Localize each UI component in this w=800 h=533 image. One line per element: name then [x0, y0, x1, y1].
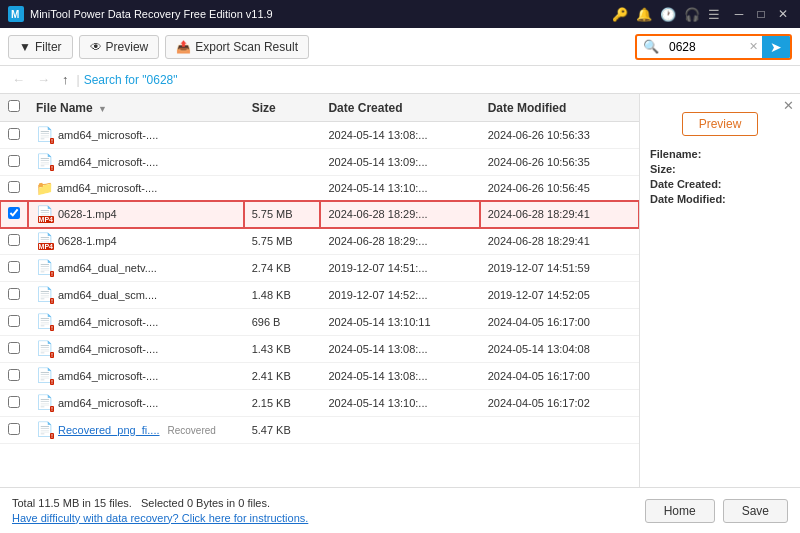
key-icon[interactable]: 🔑 [612, 7, 628, 22]
clear-search-icon[interactable]: ✕ [745, 40, 762, 53]
date-created-cell: 2024-05-14 13:10:... [320, 390, 479, 417]
home-button[interactable]: Home [645, 499, 715, 523]
date-created-cell [320, 417, 479, 444]
menu-icon[interactable]: ☰ [708, 7, 720, 22]
up-button[interactable]: ↑ [58, 70, 73, 89]
row-checkbox-2[interactable] [8, 155, 20, 167]
size-cell: 1.48 KB [244, 282, 321, 309]
filter-button[interactable]: ▼ Filter [8, 35, 73, 59]
preview-info: Filename: Size: Date Created: Date Modif… [650, 148, 790, 208]
row-checkbox-11[interactable] [8, 396, 20, 408]
table-row[interactable]: 📄 ! amd64_microsoft-.... 2.15 KB 2024-05… [0, 390, 639, 417]
size-cell: 5.75 MB [244, 201, 321, 228]
filename-cell: 📄 ! amd64_microsoft-.... [28, 336, 244, 363]
table-row[interactable]: 📄 ! amd64_dual_scm.... 1.48 KB 2019-12-0… [0, 282, 639, 309]
table-row[interactable]: 📄 ! amd64_dual_netv.... 2.74 KB 2019-12-… [0, 255, 639, 282]
date-modified-cell: 2024-06-26 10:56:35 [480, 149, 639, 176]
date-modified-cell: 2024-06-26 10:56:33 [480, 122, 639, 149]
save-button[interactable]: Save [723, 499, 788, 523]
row-checkbox-10[interactable] [8, 369, 20, 381]
size-cell [244, 122, 321, 149]
filename-cell: 📄 ! Recovered_png_fi.... Recovered [28, 417, 244, 444]
row-checkbox-12[interactable] [8, 423, 20, 435]
status-bar: Total 11.5 MB in 15 files. Selected 0 By… [0, 487, 800, 533]
size-cell: 2.15 KB [244, 390, 321, 417]
date-modified-cell: 2024-04-05 16:17:02 [480, 390, 639, 417]
clock-icon[interactable]: 🕐 [660, 7, 676, 22]
row-checkbox-1[interactable] [8, 128, 20, 140]
search-input[interactable] [665, 38, 745, 56]
select-all-header [0, 94, 28, 122]
toolbar: ▼ Filter 👁 Preview 📤 Export Scan Result … [0, 28, 800, 66]
filter-icon: ▼ [19, 40, 31, 54]
size-cell [244, 149, 321, 176]
date-created-cell: 2024-05-14 13:10:... [320, 176, 479, 201]
date-modified-cell: 2024-04-05 16:17:00 [480, 363, 639, 390]
forward-button[interactable]: → [33, 70, 54, 89]
table-row[interactable]: 📄 ! amd64_microsoft-.... 2024-05-14 13:0… [0, 149, 639, 176]
size-info-row: Size: [650, 163, 790, 175]
export-button[interactable]: 📤 Export Scan Result [165, 35, 309, 59]
size-cell: 696 B [244, 309, 321, 336]
date-modified-header[interactable]: Date Modified [480, 94, 639, 122]
search-icon: 🔍 [637, 39, 665, 54]
filename-cell: 📄 ! amd64_microsoft-.... [28, 363, 244, 390]
row-checkbox-8[interactable] [8, 315, 20, 327]
filename-cell: 📄 ! amd64_dual_netv.... [28, 255, 244, 282]
table-row[interactable]: 📁 amd64_microsoft-.... 2024-05-14 13:10:… [0, 176, 639, 201]
date-created-cell: 2024-06-28 18:29:... [320, 228, 479, 255]
table-row[interactable]: 📄 ! amd64_microsoft-.... 696 B 2024-05-1… [0, 309, 639, 336]
select-all-checkbox[interactable] [8, 100, 20, 112]
size-cell: 1.43 KB [244, 336, 321, 363]
preview-toolbar-button[interactable]: 👁 Preview [79, 35, 160, 59]
table-row[interactable]: 📄 MP4 0628-1.mp4 5.75 MB 2024-06-28 18:2… [0, 228, 639, 255]
maximize-button[interactable]: □ [752, 5, 770, 23]
table-row[interactable]: 📄 ! Recovered_png_fi.... Recovered 5.47 … [0, 417, 639, 444]
size-cell: 2.74 KB [244, 255, 321, 282]
nav-path: Search for "0628" [84, 73, 178, 87]
size-header[interactable]: Size [244, 94, 321, 122]
table-row[interactable]: 📄 MP4 0628-1.mp4 5.75 MB 2024-06-28 18:2… [0, 201, 639, 228]
right-panel: ✕ Preview Filename: Size: Date Created: … [640, 94, 800, 487]
main-area: File Name ▼ Size Date Created Date Modif… [0, 94, 800, 487]
row-checkbox-5[interactable] [8, 234, 20, 246]
help-link[interactable]: Have difficulty with data recovery? Clic… [12, 512, 308, 524]
date-created-cell: 2024-06-28 18:29:... [320, 201, 479, 228]
row-checkbox-4[interactable] [8, 207, 20, 219]
filename-cell: 📄 MP4 0628-1.mp4 [28, 228, 244, 255]
export-icon: 📤 [176, 40, 191, 54]
row-checkbox-6[interactable] [8, 261, 20, 273]
filename-cell: 📄 ! amd64_dual_scm.... [28, 282, 244, 309]
filename-cell: 📄 ! amd64_microsoft-.... [28, 122, 244, 149]
window-controls: ─ □ ✕ [730, 5, 792, 23]
date-modified-cell: 2024-04-05 16:17:00 [480, 309, 639, 336]
file-list[interactable]: File Name ▼ Size Date Created Date Modif… [0, 94, 640, 487]
date-created-header[interactable]: Date Created [320, 94, 479, 122]
filename-info-row: Filename: [650, 148, 790, 160]
preview-panel-button[interactable]: Preview [682, 112, 759, 136]
headset-icon[interactable]: 🎧 [684, 7, 700, 22]
title-bar: M MiniTool Power Data Recovery Free Edit… [0, 0, 800, 28]
filename-cell: 📁 amd64_microsoft-.... [28, 176, 244, 201]
minimize-button[interactable]: ─ [730, 5, 748, 23]
close-panel-icon[interactable]: ✕ [783, 98, 794, 113]
eye-icon: 👁 [90, 40, 102, 54]
row-checkbox-9[interactable] [8, 342, 20, 354]
filename-cell: 📄 ! amd64_microsoft-.... [28, 390, 244, 417]
back-button[interactable]: ← [8, 70, 29, 89]
search-go-button[interactable]: ➤ [762, 36, 790, 58]
date-modified-cell: 2024-06-28 18:29:41 [480, 228, 639, 255]
filename-cell: 📄 ! amd64_microsoft-.... [28, 149, 244, 176]
table-row[interactable]: 📄 ! amd64_microsoft-.... 1.43 KB 2024-05… [0, 336, 639, 363]
date-created-cell: 2024-05-14 13:10:11 [320, 309, 479, 336]
date-modified-cell [480, 417, 639, 444]
row-checkbox-7[interactable] [8, 288, 20, 300]
table-row[interactable]: 📄 ! amd64_microsoft-.... 2024-05-14 13:0… [0, 122, 639, 149]
filename-header[interactable]: File Name ▼ [28, 94, 244, 122]
close-button[interactable]: ✕ [774, 5, 792, 23]
date-created-cell: 2019-12-07 14:52:... [320, 282, 479, 309]
row-checkbox-3[interactable] [8, 181, 20, 193]
bell-icon[interactable]: 🔔 [636, 7, 652, 22]
table-row[interactable]: 📄 ! amd64_microsoft-.... 2.41 KB 2024-05… [0, 363, 639, 390]
date-modified-info-row: Date Modified: [650, 193, 790, 205]
